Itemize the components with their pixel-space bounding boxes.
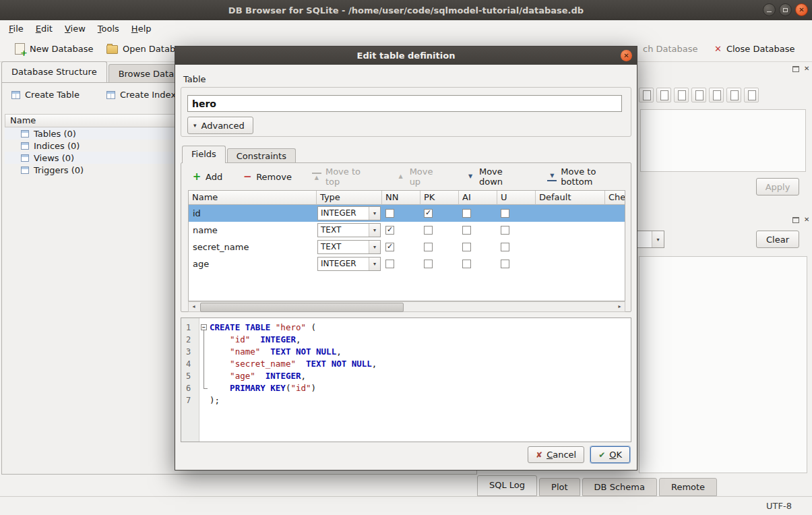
field-name-cell[interactable]: id	[189, 205, 317, 222]
close-database-button[interactable]: ✕ Close Database	[709, 39, 800, 58]
scroll-right-icon[interactable]: ▸	[615, 302, 625, 311]
menu-item-edit[interactable]: Edit	[30, 22, 59, 36]
nn-checkbox[interactable]: ✓	[385, 226, 394, 235]
nn-checkbox[interactable]: ✓	[385, 243, 394, 251]
field-name-cell[interactable]: name	[189, 222, 317, 239]
type-combobox[interactable]: INTEGER▾	[317, 257, 381, 271]
dock-float-icon[interactable]	[792, 66, 799, 72]
advanced-toggle-button[interactable]: ▾ Advanced	[187, 117, 253, 134]
bottom-tab-remote[interactable]: Remote	[659, 478, 717, 496]
column-header-type[interactable]: Type	[317, 191, 382, 205]
cell-default[interactable]	[536, 222, 605, 239]
move-down-button[interactable]: ▼Move down	[463, 165, 530, 188]
column-header-u[interactable]: U	[497, 191, 536, 205]
add-button[interactable]: +Add	[189, 171, 225, 183]
ai-checkbox[interactable]	[462, 260, 471, 268]
field-name-cell[interactable]: secret_name	[189, 239, 317, 255]
pk-checkbox[interactable]	[424, 243, 433, 251]
field-name-cell[interactable]: age	[189, 255, 317, 272]
dock-close-icon[interactable]: ✕	[804, 65, 809, 72]
menu-item-tools[interactable]: Tools	[92, 22, 125, 36]
cell-toolbar-button[interactable]	[744, 88, 759, 102]
type-combobox[interactable]: TEXT▾	[317, 240, 381, 254]
dock-float-icon[interactable]	[792, 217, 799, 223]
column-header-name[interactable]: Name	[189, 191, 317, 205]
window-close-button[interactable]: ✕	[795, 3, 808, 16]
nn-checkbox[interactable]	[385, 260, 394, 268]
u-checkbox[interactable]	[501, 226, 509, 235]
dialog-titlebar[interactable]: Edit table definition ✕	[175, 47, 637, 65]
dialog-tab-constraints[interactable]: Constraints	[227, 148, 296, 163]
window-titlebar[interactable]: DB Browser for SQLite - /home/user/code/…	[0, 0, 812, 20]
cell-default[interactable]	[536, 205, 605, 222]
sql-log-area[interactable]	[639, 256, 807, 473]
create-index-button[interactable]: Create Index	[102, 87, 180, 102]
column-header-ai[interactable]: AI	[459, 191, 497, 205]
bottom-tab-plot[interactable]: Plot	[539, 478, 580, 496]
pk-checkbox[interactable]	[424, 260, 433, 268]
cell-toolbar-button[interactable]	[726, 88, 741, 102]
cell-check[interactable]	[605, 205, 625, 222]
remove-button[interactable]: −Remove	[240, 171, 294, 183]
nn-checkbox[interactable]	[385, 209, 394, 218]
create-table-button[interactable]: Create Table	[7, 87, 84, 102]
ok-button[interactable]: ✔ OK	[590, 446, 630, 463]
type-combobox[interactable]: INTEGER▾	[317, 206, 381, 220]
bottom-tab-db-schema[interactable]: DB Schema	[582, 478, 657, 496]
tab-database-structure[interactable]: Database Structure	[1, 61, 107, 83]
u-checkbox[interactable]	[501, 243, 509, 251]
cancel-button[interactable]: ✘ Cancel	[528, 446, 584, 463]
pk-checkbox[interactable]: ✓	[424, 209, 433, 218]
dialog-tab-fields[interactable]: Fields	[182, 146, 226, 163]
sql-line: 1−CREATE TABLE "hero" (	[181, 322, 631, 334]
cell-toolbar-button[interactable]	[639, 88, 654, 102]
cell-default[interactable]	[536, 239, 605, 255]
tab-browse-data[interactable]: Browse Data	[108, 64, 185, 83]
move-to-bottom-button[interactable]: ▼Move to bottom	[544, 165, 631, 188]
app-window: DB Browser for SQLite - /home/user/code/…	[0, 0, 812, 515]
menu-item-view[interactable]: View	[59, 22, 92, 36]
pk-checkbox[interactable]	[424, 226, 433, 235]
field-row-age[interactable]: ageINTEGER▾	[189, 255, 625, 272]
column-header-check[interactable]: Check	[605, 191, 625, 205]
cell-editor-area[interactable]	[640, 109, 806, 172]
field-row-name[interactable]: nameTEXT▾✓	[189, 222, 625, 239]
column-header-default[interactable]: Default	[536, 191, 605, 205]
cell-toolbar-button[interactable]	[709, 88, 724, 102]
cell-toolbar-button[interactable]	[674, 88, 689, 102]
cell-check[interactable]	[605, 222, 625, 239]
clear-button[interactable]: Clear	[756, 231, 799, 248]
create-table-icon	[11, 91, 20, 99]
field-row-secret-name[interactable]: secret_nameTEXT▾✓	[189, 239, 625, 255]
u-checkbox[interactable]	[501, 209, 509, 218]
dialog-close-button[interactable]: ✕	[621, 50, 632, 61]
ai-checkbox[interactable]	[462, 226, 471, 235]
cell-toolbar-button[interactable]	[656, 88, 671, 102]
scrollbar-thumb[interactable]	[200, 303, 404, 312]
ai-checkbox[interactable]	[462, 209, 471, 218]
maximize-button[interactable]	[779, 3, 792, 16]
dock-close-icon[interactable]: ✕	[804, 216, 809, 223]
fold-collapse-icon[interactable]: −	[201, 324, 207, 330]
cell-check[interactable]	[605, 239, 625, 255]
sql-preview[interactable]: 1−CREATE TABLE "hero" (2 "id" INTEGER,3 …	[181, 317, 631, 442]
menu-item-help[interactable]: Help	[125, 22, 158, 36]
column-header-nn[interactable]: NN	[382, 191, 420, 205]
ai-checkbox[interactable]	[462, 243, 471, 251]
table-name-input[interactable]	[187, 95, 622, 112]
menu-item-file[interactable]: File	[3, 22, 30, 36]
tree-item-label: Tables (0)	[34, 129, 76, 139]
type-combobox[interactable]: TEXT▾	[317, 223, 381, 237]
u-checkbox[interactable]	[501, 260, 509, 268]
cell-toolbar-button[interactable]	[691, 88, 706, 102]
horizontal-scrollbar[interactable]: ◂ ▸	[188, 301, 625, 312]
new-database-button[interactable]: New Database	[9, 39, 99, 58]
encoding-indicator[interactable]: UTF-8	[766, 501, 792, 511]
scroll-left-icon[interactable]: ◂	[189, 302, 199, 311]
column-header-pk[interactable]: PK	[420, 191, 459, 205]
field-row-id[interactable]: idINTEGER▾✓	[189, 205, 625, 222]
cell-default[interactable]	[536, 255, 605, 272]
cell-check[interactable]	[605, 255, 625, 272]
bottom-tab-sql-log[interactable]: SQL Log	[477, 475, 537, 496]
minimize-button[interactable]	[763, 3, 776, 16]
